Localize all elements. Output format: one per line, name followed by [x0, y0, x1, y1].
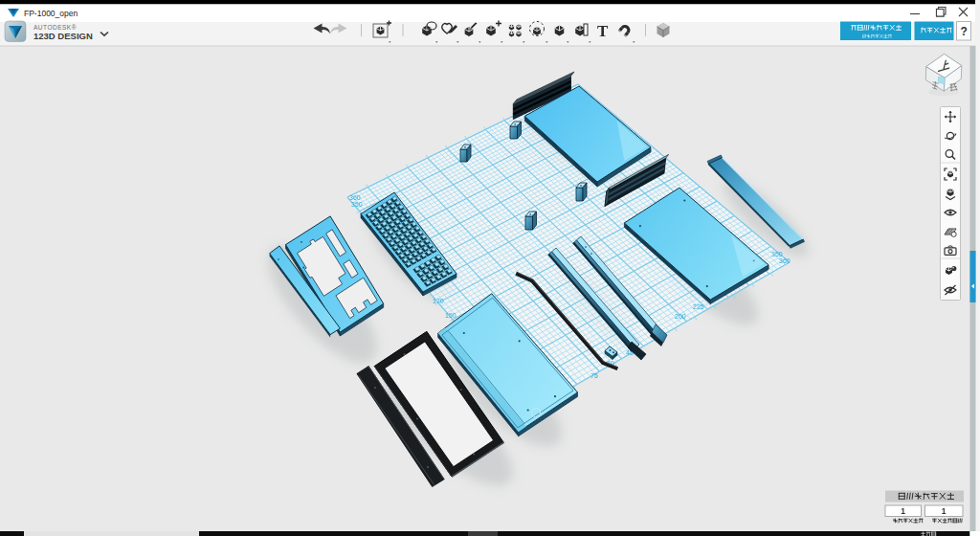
svg-text:360: 360 — [349, 194, 361, 201]
svg-text:350: 350 — [771, 251, 783, 257]
svg-text:150: 150 — [445, 312, 457, 319]
svg-text:1: 1 — [942, 506, 947, 516]
svg-text:123D DESIGN: 123D DESIGN — [33, 31, 93, 41]
svg-text:225: 225 — [693, 303, 704, 310]
svg-text:170: 170 — [433, 298, 444, 304]
svg-text:350: 350 — [351, 201, 363, 208]
svg-text:1: 1 — [901, 506, 905, 516]
svg-text:200: 200 — [675, 313, 686, 320]
svg-text:?: ? — [961, 25, 968, 38]
svg-text:FP-1000_open: FP-1000_open — [24, 9, 78, 18]
svg-text:T: T — [597, 22, 609, 40]
svg-text:AUTODESK®: AUTODESK® — [33, 24, 77, 31]
svg-text:75: 75 — [590, 372, 598, 379]
svg-text:360: 360 — [779, 257, 791, 264]
